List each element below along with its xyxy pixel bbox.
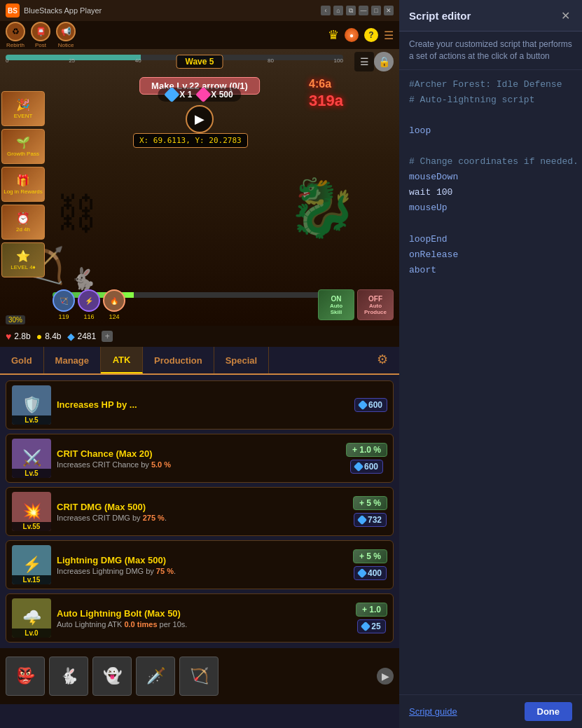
skill-bar: 🏹 119 ⚡ 116 🔥 124 [53,289,125,320]
upgrade-icon-3: ⚡ Lv.15 [12,545,51,584]
diamond-icon-small [357,568,367,578]
hamburger-menu-icon[interactable]: ☰ [384,29,394,42]
char-row-next-button[interactable]: ▶ [377,668,394,685]
script-editor-header: Script editor ✕ [399,0,582,32]
upgrade-diamond-cost-1[interactable]: 600 [350,460,383,474]
event-button[interactable]: 🎉 EVENT [1,91,45,126]
code-line-0: #Archer Forest: Idle Defense [409,77,572,92]
rebirth-button[interactable]: ♻ Rebirth [6,22,25,48]
done-button[interactable]: Done [525,702,573,721]
tab-manage[interactable]: Manage [44,347,101,373]
char-icon-2[interactable]: 👻 [92,657,132,696]
pink-gem-icon [195,87,212,103]
diamond-icon-small [357,515,367,525]
upgrade-diamond-cost-3[interactable]: 400 [354,566,387,580]
char-icon-3[interactable]: 🗡️ [136,657,175,696]
crown-icon: ♛ [328,27,339,43]
code-line-6: mouseDown [409,170,572,185]
chain-element: ⛓ [56,189,98,238]
tab-atk[interactable]: ATK [101,347,143,373]
time-reward-button[interactable]: ⏰ 2d 4h [1,205,45,240]
notice-button[interactable]: 📢 Notice [56,22,76,48]
diamond-icon: ◆ [67,331,75,342]
upgrade-pct-btn-2[interactable]: + 5 % [353,496,387,510]
script-guide-link[interactable]: Script guide [409,706,457,717]
upgrade-info-0: Increases HP by ... [57,399,349,411]
tab-settings-icon[interactable]: ⚙ [377,352,394,369]
upgrade-diamond-cost-4[interactable]: 25 [357,619,385,633]
code-line-8: mouseUp [409,200,572,216]
script-editor-description: Create your customized script that perfo… [399,32,582,70]
upgrade-cost-1: + 1.0 % 600 [346,443,387,474]
upgrade-pct-btn-4[interactable]: + 1.0 [356,603,387,617]
health-resource: ♥ 2.8b [6,331,31,342]
tab-special[interactable]: Special [214,347,270,373]
heart-icon: ♥ [6,331,11,342]
auto-produce-status: OFF [368,295,382,303]
upgrade-pct-btn-3[interactable]: + 5 % [353,549,387,563]
upgrade-pct-btn-1[interactable]: + 1.0 % [346,443,387,457]
minimize-button[interactable]: — [359,6,368,15]
skill-slot-1: 🏹 119 [53,289,75,320]
skill-orb-1[interactable]: 🏹 [53,289,75,312]
diamond-icon-small [361,621,370,631]
skill-level-1: 119 [58,313,69,320]
resource-bar: X 1 X 500 [158,88,241,102]
upgrade-diamond-cost-2[interactable]: 732 [354,513,387,527]
notice-icon: 📢 [56,22,76,41]
level-button[interactable]: ⭐ LEVEL 4♦ [1,242,45,277]
progress-labels: 0 25 40 60 80 100 [6,57,343,64]
auto-skill-label: Auto [330,303,342,309]
auto-skill-button[interactable]: ON Auto Skill [318,289,354,320]
window-controls: ‹ ⌂ ⧉ — □ ✕ [321,6,394,15]
play-button[interactable]: ▶ [186,105,214,133]
close-button[interactable]: ✕ [384,6,394,15]
upgrade-item-0: 🛡️ Lv.5 Increases HP by ... 600 [6,380,394,430]
growth-pass-button[interactable]: 🌱 Growth Pass [1,129,45,164]
game-toolbar: ♻ Rebirth 📮 Post 📢 Notice ♛ ● ? ☰ [0,21,399,49]
help-icon[interactable]: ? [364,28,378,42]
gem-icon[interactable]: ● [345,28,359,42]
char-icon-0[interactable]: 👺 [6,657,45,696]
health-value: 2.8b [14,331,30,341]
coin-icon: ● [36,331,42,342]
maximize-button[interactable]: □ [371,6,381,15]
skill-level-3: 124 [109,313,119,320]
upgrade-level-1: Lv.5 [12,469,51,478]
code-line-3: loop [409,123,572,139]
code-line-5: # Change coordinates if needed. [409,154,572,170]
add-resource-button[interactable]: + [102,331,113,342]
auto-produce-button[interactable]: OFF Auto Produce [357,289,394,320]
script-code-area[interactable]: #Archer Forest: Idle Defense # Auto-ligh… [399,70,582,694]
script-editor-close-button[interactable]: ✕ [558,8,572,22]
skill-orb-3[interactable]: 🔥 [103,289,125,312]
upgrade-item-2: 💥 Lv.55 CRIT DMG (Max 500) Increases CRI… [6,487,394,536]
wave-banner: Wave 5 [176,55,223,69]
char-icon-4[interactable]: 🏹 [179,657,219,696]
diamond-icon-small [354,462,363,472]
upgrade-info-1: CRIT Chance (Max 20) Increases CRIT Chan… [57,448,340,469]
tab-production[interactable]: Production [143,347,214,373]
tabs-button[interactable]: ⧉ [346,6,356,15]
bluestacks-top-bar: BS BlueStacks App Player ‹ ⌂ ⧉ — □ ✕ [0,0,399,21]
upgrade-level-2: Lv.55 [12,522,51,531]
tab-gold[interactable]: Gold [0,347,44,373]
post-icon: 📮 [31,22,50,41]
upgrade-diamond-cost-0[interactable]: 600 [354,398,387,412]
char-icon-1[interactable]: 🐇 [49,657,88,696]
monster-element: 🐉 [287,175,357,241]
rabbit-element: 🐇 [70,266,96,291]
post-button[interactable]: 📮 Post [31,22,50,48]
game-viewport[interactable]: ⛓ 🐉 🏹 🐇 0 25 40 60 80 100 Wave 5 🔒 ☰ Mak… [0,49,399,326]
app-title: BlueStacks App Player [24,6,317,15]
back-button[interactable]: ‹ [321,6,331,15]
upgrade-icon-2: 💥 Lv.55 [12,492,51,531]
skill-orb-2[interactable]: ⚡ [78,289,100,312]
skill-slot-2: ⚡ 116 [78,289,100,320]
auto-buttons-area: ON Auto Skill OFF Auto Produce [318,289,394,320]
home-button[interactable]: ⌂ [333,6,343,15]
code-line-12: abort [409,263,572,278]
code-line-9 [409,216,572,231]
menu-list-icon[interactable]: ☰ [354,52,374,71]
login-rewards-button[interactable]: 🎁 Log in Rewards [1,167,45,202]
